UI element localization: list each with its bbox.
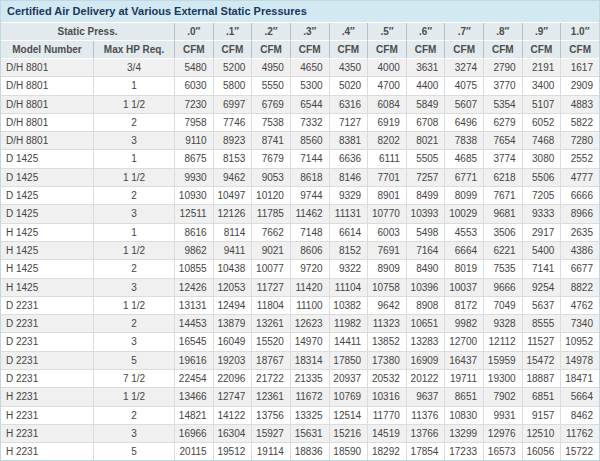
- cfm-value-cell: 9329: [329, 187, 368, 205]
- cfm-unit-header: CFM: [174, 41, 213, 59]
- cfm-value-cell: 19300: [483, 370, 522, 388]
- pressure-header: .1″: [213, 23, 252, 41]
- table-row: H 22312148211412213756133251251411770113…: [1, 407, 599, 425]
- model-number-cell: D 2231: [1, 315, 93, 333]
- model-number-cell: D/H 8801: [1, 77, 93, 95]
- cfm-value-cell: 5849: [406, 96, 445, 114]
- max-hp-cell: 2: [93, 187, 174, 205]
- cfm-value-cell: 11420: [290, 279, 329, 297]
- table-row: D 22317 1/222454220962172221335209372053…: [1, 370, 599, 388]
- cfm-value-cell: 9328: [483, 315, 522, 333]
- cfm-value-cell: 7164: [406, 242, 445, 260]
- table-title: Certified Air Delivery at Various Extern…: [1, 1, 599, 23]
- cfm-value-cell: 8462: [560, 407, 599, 425]
- cfm-value-cell: 13325: [290, 407, 329, 425]
- cfm-value-cell: 10438: [213, 260, 252, 278]
- cfm-value-cell: 11804: [251, 297, 290, 315]
- cfm-value-cell: 12511: [174, 205, 213, 223]
- cfm-value-cell: 19512: [213, 443, 252, 461]
- cfm-value-cell: 10830: [444, 407, 483, 425]
- cfm-value-cell: 14519: [367, 425, 406, 443]
- cfm-value-cell: 9021: [251, 242, 290, 260]
- cfm-value-cell: 7127: [329, 114, 368, 132]
- cfm-value-cell: 11727: [251, 279, 290, 297]
- cfm-value-cell: 9681: [483, 205, 522, 223]
- table-row: H 14251 1/298629411902186068152769171646…: [1, 242, 599, 260]
- cfm-value-cell: 10497: [213, 187, 252, 205]
- cfm-value-cell: 17233: [444, 443, 483, 461]
- cfm-value-cell: 12361: [251, 388, 290, 406]
- cfm-value-cell: 8099: [444, 187, 483, 205]
- cfm-value-cell: 14411: [329, 333, 368, 351]
- cfm-value-cell: 11527: [522, 333, 561, 351]
- cfm-value-cell: 10396: [406, 279, 445, 297]
- cfm-value-cell: 19203: [213, 352, 252, 370]
- max-hp-cell: 1: [93, 224, 174, 242]
- max-hp-cell: 3: [93, 425, 174, 443]
- cfm-value-cell: 18836: [290, 443, 329, 461]
- model-number-cell: D/H 8801: [1, 114, 93, 132]
- table-row: H 22313169661630415927156311521614519137…: [1, 425, 599, 443]
- max-hp-cell: 5: [93, 352, 174, 370]
- cfm-value-cell: 8741: [251, 132, 290, 150]
- model-number-cell: D/H 8801: [1, 132, 93, 150]
- cfm-value-cell: 10758: [367, 279, 406, 297]
- cfm-value-cell: 6544: [290, 96, 329, 114]
- cfm-value-cell: 4777: [560, 169, 599, 187]
- cfm-value-cell: 5822: [560, 114, 599, 132]
- cfm-value-cell: 12053: [213, 279, 252, 297]
- cfm-value-cell: 13283: [406, 333, 445, 351]
- max-hp-cell: 1 1/2: [93, 242, 174, 260]
- cfm-value-cell: 3631: [406, 59, 445, 77]
- cfm-value-cell: 9744: [290, 187, 329, 205]
- cfm-value-cell: 9254: [522, 279, 561, 297]
- cfm-value-cell: 16437: [444, 352, 483, 370]
- cfm-value-cell: 8606: [290, 242, 329, 260]
- cfm-value-cell: 6851: [522, 388, 561, 406]
- cfm-value-cell: 14122: [213, 407, 252, 425]
- cfm-unit-header: CFM: [290, 41, 329, 59]
- cfm-unit-header: CFM: [406, 41, 445, 59]
- cfm-value-cell: 3400: [522, 77, 561, 95]
- cfm-value-cell: 2552: [560, 150, 599, 168]
- cfm-value-cell: 2917: [522, 224, 561, 242]
- cfm-value-cell: 18590: [329, 443, 368, 461]
- cfm-value-cell: 18767: [251, 352, 290, 370]
- cfm-value-cell: 4883: [560, 96, 599, 114]
- cfm-value-cell: 7838: [444, 132, 483, 150]
- table-row: H 14251861681147662714866146003549845533…: [1, 224, 599, 242]
- cfm-value-cell: 9931: [483, 407, 522, 425]
- cfm-value-cell: 4685: [444, 150, 483, 168]
- model-number-cell: D 2231: [1, 297, 93, 315]
- cfm-value-cell: 7144: [290, 150, 329, 168]
- model-number-header: Model Number: [1, 41, 93, 59]
- cfm-value-cell: 4075: [444, 77, 483, 95]
- cfm-value-cell: 12126: [213, 205, 252, 223]
- cfm-unit-header: CFM: [444, 41, 483, 59]
- cfm-value-cell: 6664: [444, 242, 483, 260]
- cfm-value-cell: 5107: [522, 96, 561, 114]
- cfm-value-cell: 16056: [522, 443, 561, 461]
- cfm-value-cell: 6771: [444, 169, 483, 187]
- model-number-cell: D 1425: [1, 187, 93, 205]
- cfm-value-cell: 5300: [290, 77, 329, 95]
- cfm-value-cell: 9666: [483, 279, 522, 297]
- table-row: D 22315196161920318767183141785017380169…: [1, 352, 599, 370]
- cfm-value-cell: 7902: [483, 388, 522, 406]
- table-row: H 22311 1/213466127471236111672107691031…: [1, 388, 599, 406]
- cfm-value-cell: 6919: [367, 114, 406, 132]
- cfm-value-cell: 15959: [483, 352, 522, 370]
- model-number-cell: H 1425: [1, 279, 93, 297]
- cfm-value-cell: 10930: [174, 187, 213, 205]
- cfm-value-cell: 5400: [522, 242, 561, 260]
- cfm-value-cell: 16545: [174, 333, 213, 351]
- cfm-value-cell: 7535: [483, 260, 522, 278]
- cfm-value-cell: 5664: [560, 388, 599, 406]
- cfm-value-cell: 13756: [251, 407, 290, 425]
- cfm-value-cell: 7691: [367, 242, 406, 260]
- cfm-value-cell: 8114: [213, 224, 252, 242]
- cfm-value-cell: 13299: [444, 425, 483, 443]
- pressure-header: .2″: [251, 23, 290, 41]
- cfm-value-cell: 8616: [174, 224, 213, 242]
- cfm-value-cell: 7257: [406, 169, 445, 187]
